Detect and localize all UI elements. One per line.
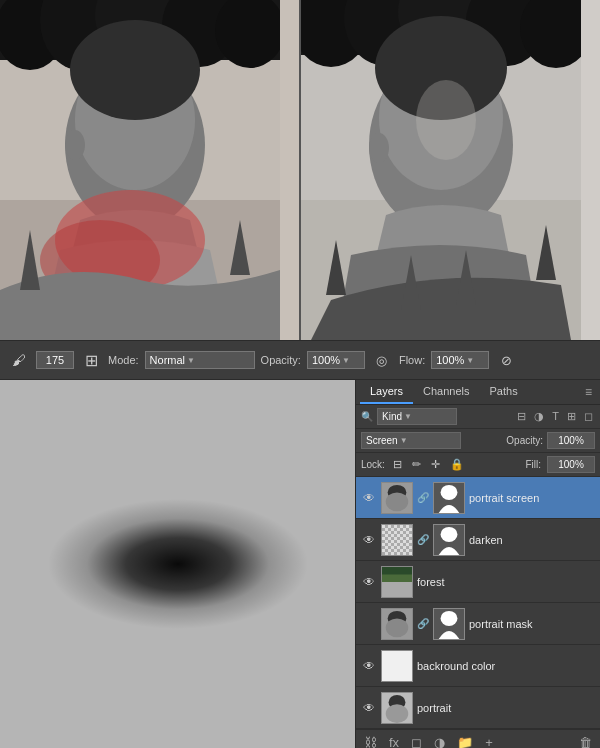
layer-group-icon[interactable]: 📁 [454,733,476,748]
layer-thumb-portrait-mask [381,608,413,640]
layer-visibility-forest[interactable]: 👁 [361,574,377,590]
layer-mask-bottom-icon[interactable]: ◻ [408,733,425,748]
filter-value: Kind [382,411,402,422]
layer-name-portrait-screen: portrait screen [469,492,595,504]
svg-rect-38 [382,574,412,582]
flow-dropdown-arrow: ▼ [466,356,474,365]
layer-visibility-portrait[interactable]: 👁 [361,700,377,716]
mode-dropdown[interactable]: Normal ▼ [145,351,255,369]
layer-thumb-forest [381,566,413,598]
lock-label: Lock: [361,459,385,470]
svg-point-31 [386,492,409,511]
fill-value[interactable]: 100% [547,456,595,473]
layer-link-bottom-icon[interactable]: ⛓ [361,733,380,748]
layer-link-icon-portrait-screen: 🔗 [417,492,427,503]
canvas-preview-area [0,0,600,340]
layer-name-background-color: backround color [417,660,595,672]
layer-name-portrait-mask: portrait mask [469,618,595,630]
brush-preset-icon[interactable]: ⊞ [80,349,102,371]
blend-dropdown-arrow: ▼ [400,436,408,445]
svg-rect-14 [0,0,280,340]
filter-dropdown[interactable]: Kind ▼ [377,408,457,425]
layer-item-portrait[interactable]: 👁 portrait [356,687,600,729]
layer-thumb-portrait [381,692,413,724]
lock-position-icon[interactable]: ✛ [429,457,442,472]
layer-mask-portrait-mask [433,608,465,640]
layer-visibility-darken[interactable]: 👁 [361,532,377,548]
right-image-panel [301,0,600,340]
toolbar: 🖌 175 ⊞ Mode: Normal ▼ Opacity: 100% ▼ ◎… [0,340,600,380]
smart-filter-icon[interactable]: ⊞ [565,409,578,424]
brush-tool-icon[interactable]: 🖌 [8,349,30,371]
canvas-area [0,380,355,748]
image-filter-icon[interactable]: ⊟ [515,409,528,424]
layers-tab-bar: Layers Channels Paths ≡ [356,380,600,405]
color-filter-icon[interactable]: ◻ [582,409,595,424]
svg-point-35 [441,526,458,541]
airbrush-icon[interactable]: ◎ [371,349,393,371]
blend-mode-dropdown[interactable]: Screen ▼ [361,432,461,449]
opacity-dropdown[interactable]: 100% ▼ [307,351,365,369]
filter-icons-group: ⊟ ◑ T ⊞ ◻ [515,409,595,424]
mode-label: Mode: [108,354,139,366]
layer-item-portrait-mask[interactable]: 👁 🔗 portrait mask [356,603,600,645]
tab-channels[interactable]: Channels [413,380,479,404]
filter-dropdown-arrow: ▼ [404,412,412,421]
lock-image-icon[interactable]: ✏ [410,457,423,472]
opacity-row-label: Opacity: [506,435,543,446]
blend-mode-value: Screen [366,435,398,446]
adjustment-filter-icon[interactable]: ◑ [532,409,546,424]
opacity-row-value[interactable]: 100% [547,432,595,449]
brush-stroke-preview [48,499,308,629]
svg-rect-28 [301,0,581,340]
flow-dropdown[interactable]: 100% ▼ [431,351,489,369]
layer-mask-portrait-screen [433,482,465,514]
svg-point-47 [386,704,409,723]
fill-label: Fill: [525,459,541,470]
layer-name-darken: darken [469,534,595,546]
layer-mask-darken [433,524,465,556]
svg-rect-44 [382,651,412,681]
tab-layers[interactable]: Layers [360,380,413,404]
type-filter-icon[interactable]: T [550,409,561,424]
layer-item-forest[interactable]: 👁 forest [356,561,600,603]
layer-fx-icon[interactable]: fx [386,733,402,748]
layer-visibility-portrait-screen[interactable]: 👁 [361,490,377,506]
brush-size-input[interactable]: 175 [36,351,74,369]
flow-label: Flow: [399,354,425,366]
layer-visibility-portrait-mask[interactable]: 👁 [361,616,377,632]
layers-list: 👁 🔗 portrait screen [356,477,600,729]
flow-value: 100% [436,354,464,366]
layer-item-background-color[interactable]: 👁 backround color [356,645,600,687]
layer-thumb-background-color [381,650,413,682]
layer-item-portrait-screen[interactable]: 👁 🔗 portrait screen [356,477,600,519]
layer-item-darken[interactable]: 👁 🔗 darken [356,519,600,561]
left-image-panel [0,0,301,340]
layer-visibility-background-color[interactable]: 👁 [361,658,377,674]
layer-thumb-darken [381,524,413,556]
tablet-pressure-icon[interactable]: ⊘ [495,349,517,371]
layer-thumb-portrait-screen [381,482,413,514]
layer-new-icon[interactable]: + [482,733,496,748]
layer-adjustment-icon[interactable]: ◑ [431,733,448,748]
lock-all-icon[interactable]: 🔒 [448,457,466,472]
blend-opacity-row: Screen ▼ Opacity: 100% [356,429,600,453]
layers-panel: Layers Channels Paths ≡ 🔍 Kind ▼ ⊟ ◑ T ⊞… [355,380,600,748]
tab-paths[interactable]: Paths [480,380,528,404]
opacity-value: 100% [312,354,340,366]
canvas-inner [0,380,355,748]
opacity-dropdown-arrow: ▼ [342,356,350,365]
layer-delete-icon[interactable]: 🗑 [576,733,595,748]
svg-point-41 [386,618,409,637]
layers-panel-menu-icon[interactable]: ≡ [581,381,596,403]
svg-point-33 [441,484,458,499]
lock-transparent-icon[interactable]: ⊟ [391,457,404,472]
layer-link-icon-portrait-mask: 🔗 [417,618,427,629]
mode-dropdown-arrow: ▼ [187,356,195,365]
bottom-area: Layers Channels Paths ≡ 🔍 Kind ▼ ⊟ ◑ T ⊞… [0,380,600,748]
layer-name-portrait: portrait [417,702,595,714]
layers-bottom-bar: ⛓ fx ◻ ◑ 📁 + 🗑 [356,729,600,748]
svg-point-43 [441,610,458,625]
layer-name-forest: forest [417,576,595,588]
mode-value: Normal [150,354,185,366]
